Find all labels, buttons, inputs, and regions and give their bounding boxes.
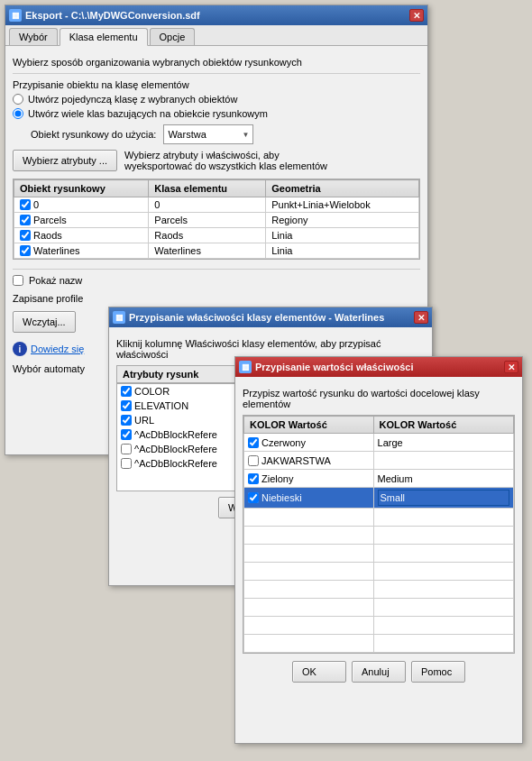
- table-row-checkbox[interactable]: [20, 230, 31, 241]
- main-description: Wybierz sposób organizowania wybranych o…: [13, 57, 420, 68]
- tab-klasa[interactable]: Klasa elementu: [60, 28, 148, 46]
- value-row-col1: [244, 617, 374, 635]
- assign-value-close-button[interactable]: ✕: [504, 361, 518, 373]
- attr-label: COLOR: [134, 386, 170, 397]
- table-cell-klasa: Parcels: [149, 213, 266, 228]
- value-row-checkbox[interactable]: [248, 455, 259, 466]
- table-row[interactable]: [244, 599, 514, 617]
- radio-item-1[interactable]: Utwórz pojedynczą klasę z wybranych obie…: [13, 94, 420, 105]
- main-window-title: Eksport - C:\.\MyDWGConversion.sdf: [25, 10, 200, 21]
- assign-value-title-bar[interactable]: ▦ Przypisanie wartości właściwości ✕: [235, 357, 522, 377]
- value-edit-input[interactable]: [378, 490, 509, 506]
- table-row[interactable]: Niebieski: [244, 488, 514, 509]
- radio-single[interactable]: [13, 94, 23, 105]
- main-close-button[interactable]: ✕: [409, 9, 424, 22]
- attr-label: URL: [134, 415, 154, 426]
- table-row[interactable]: [244, 527, 514, 545]
- value-row-col2[interactable]: [373, 599, 513, 617]
- learn-link[interactable]: Dowiedz się: [31, 344, 84, 354]
- value-table-wrap: KOLOR Wartość KOLOR Wartość CzerwonyLarg…: [243, 415, 515, 654]
- assign-class-title: Przypisanie właściwości klasy elementów …: [129, 312, 384, 323]
- main-table: Obiekt rysunkowy Klasa elementu Geometri…: [14, 179, 419, 259]
- attr-checkbox[interactable]: [121, 400, 132, 411]
- attr-checkbox[interactable]: [121, 458, 132, 469]
- tab-opcje[interactable]: Opcje: [150, 28, 196, 45]
- assign-value-content: Przypisz wartość rysunku do wartości doc…: [235, 377, 522, 690]
- value-btn-row: OK Anuluj Pomoc: [243, 661, 515, 683]
- attr-checkbox[interactable]: [121, 415, 132, 426]
- radio-multi[interactable]: [13, 108, 23, 119]
- table-row[interactable]: [244, 581, 514, 599]
- cancel-button[interactable]: Anuluj: [352, 661, 406, 683]
- load-button[interactable]: Wczytaj...: [13, 311, 76, 333]
- tab-wybor[interactable]: Wybór: [9, 28, 58, 45]
- attr-label: ELEVATION: [134, 400, 188, 411]
- attr-checkbox[interactable]: [121, 444, 132, 454]
- value-col1-text: Czerwony: [261, 437, 306, 448]
- value-row-col1: [244, 545, 374, 563]
- value-row-col1: [244, 599, 374, 617]
- table-row[interactable]: CzerwonyLarge: [244, 434, 514, 452]
- table-row[interactable]: ZielonyMedium: [244, 470, 514, 488]
- table-row[interactable]: [244, 617, 514, 635]
- radio-label-2: Utwórz wiele klas bazujących na obiekcie…: [28, 108, 268, 119]
- info-icon: i: [13, 342, 27, 356]
- table-row-checkbox[interactable]: [20, 199, 31, 210]
- value-row-col1: [244, 635, 374, 653]
- attr-label: ^AcDbBlockRefere: [134, 429, 217, 440]
- table-cell-geometria: Linia: [266, 228, 419, 243]
- table-row-checkbox[interactable]: [20, 245, 31, 256]
- assign-value-icon: ▦: [239, 361, 252, 373]
- value-row-col1: Czerwony: [244, 434, 374, 452]
- value-row-col2[interactable]: [373, 563, 513, 581]
- table-row[interactable]: JAKWARSTWA: [244, 452, 514, 470]
- value-row-checkbox[interactable]: [248, 437, 259, 448]
- table-cell-geometria: Punkt+Linia+Wielobok: [266, 197, 419, 213]
- attr-checkbox[interactable]: [121, 429, 132, 440]
- table-row[interactable]: [244, 563, 514, 581]
- value-row-checkbox[interactable]: [248, 473, 259, 484]
- value-col1-text: JAKWARSTWA: [261, 455, 331, 466]
- dropdown-warstwa[interactable]: Warstwa ▼: [163, 124, 253, 144]
- value-col1-text: Niebieski: [261, 492, 302, 503]
- value-row-col1: JAKWARSTWA: [244, 452, 374, 470]
- show-names-checkbox[interactable]: [13, 275, 23, 286]
- value-row-col2[interactable]: [373, 488, 513, 509]
- value-row-col2[interactable]: [373, 635, 513, 653]
- value-row-col2[interactable]: [373, 527, 513, 545]
- value-row-col2[interactable]: [373, 509, 513, 527]
- value-row-col2[interactable]: Large: [373, 434, 513, 452]
- radio-item-2[interactable]: Utwórz wiele klas bazujących na obiekcie…: [13, 108, 420, 119]
- main-title-bar[interactable]: ▦ Eksport - C:\.\MyDWGConversion.sdf ✕: [5, 5, 427, 25]
- table-row[interactable]: [244, 635, 514, 653]
- table-cell-geometria: Regiony: [266, 213, 419, 228]
- table-row: Parcels Parcels Regiony: [14, 213, 419, 228]
- dropdown-arrow-icon: ▼: [242, 131, 249, 139]
- value-row-col2[interactable]: [373, 581, 513, 599]
- dropdown-value: Warstwa: [168, 129, 206, 140]
- table-row[interactable]: [244, 509, 514, 527]
- attr-checkbox[interactable]: [121, 386, 132, 397]
- table-row-checkbox[interactable]: [20, 215, 31, 225]
- assign-class-close-button[interactable]: ✕: [414, 311, 428, 324]
- assign-class-title-bar[interactable]: ▦ Przypisanie właściwości klasy elementó…: [109, 307, 432, 327]
- value-col1-header: KOLOR Wartość: [244, 417, 374, 434]
- value-row-col2[interactable]: [373, 452, 513, 470]
- attr-label: ^AcDbBlockRefere: [134, 444, 217, 454]
- assign-value-window: ▦ Przypisanie wartości właściwości ✕ Prz…: [234, 356, 523, 744]
- help-button[interactable]: Pomoc: [411, 661, 465, 683]
- table-row: Raods Raods Linia: [14, 228, 419, 243]
- value-row-col2[interactable]: Medium: [373, 470, 513, 488]
- group-label: Przypisanie obiektu na klasę elementów: [13, 79, 420, 90]
- value-row-col2[interactable]: [373, 545, 513, 563]
- value-table: KOLOR Wartość KOLOR Wartość CzerwonyLarg…: [243, 416, 514, 653]
- col-header-rysunkowy: Obiekt rysunkowy: [14, 180, 149, 197]
- ok-button[interactable]: OK: [292, 661, 346, 683]
- tab-bar: Wybór Klasa elementu Opcje: [5, 25, 427, 46]
- value-row-col2[interactable]: [373, 617, 513, 635]
- select-attrs-desc: Wybierz atrybuty i właściwości, aby wyek…: [124, 150, 341, 171]
- table-row[interactable]: [244, 545, 514, 563]
- select-attrs-button[interactable]: Wybierz atrybuty ...: [13, 150, 117, 171]
- value-row-checkbox[interactable]: [248, 492, 259, 503]
- radio-label-1: Utwórz pojedynczą klasę z wybranych obie…: [28, 94, 237, 105]
